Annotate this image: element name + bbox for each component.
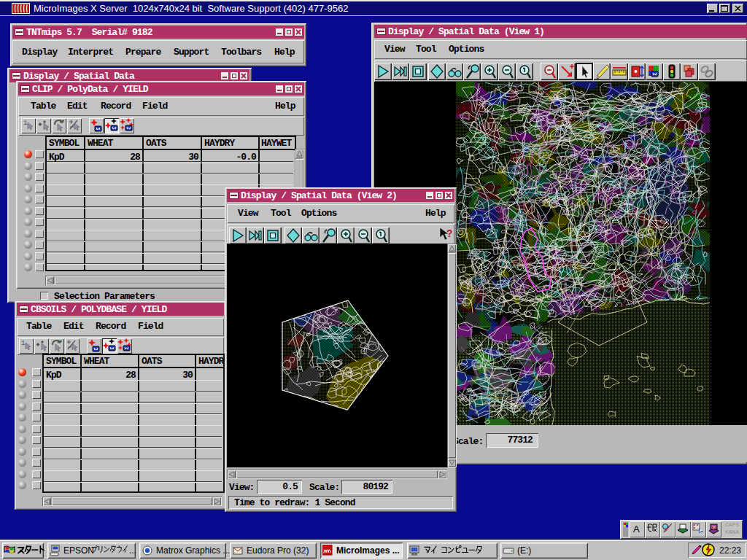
svg-text:?: ? [712,524,716,531]
svg-text:?: ? [446,228,452,240]
svg-text:1: 1 [21,340,25,347]
svg-text:A: A [633,524,640,534]
svg-text:1: 1 [23,120,27,127]
